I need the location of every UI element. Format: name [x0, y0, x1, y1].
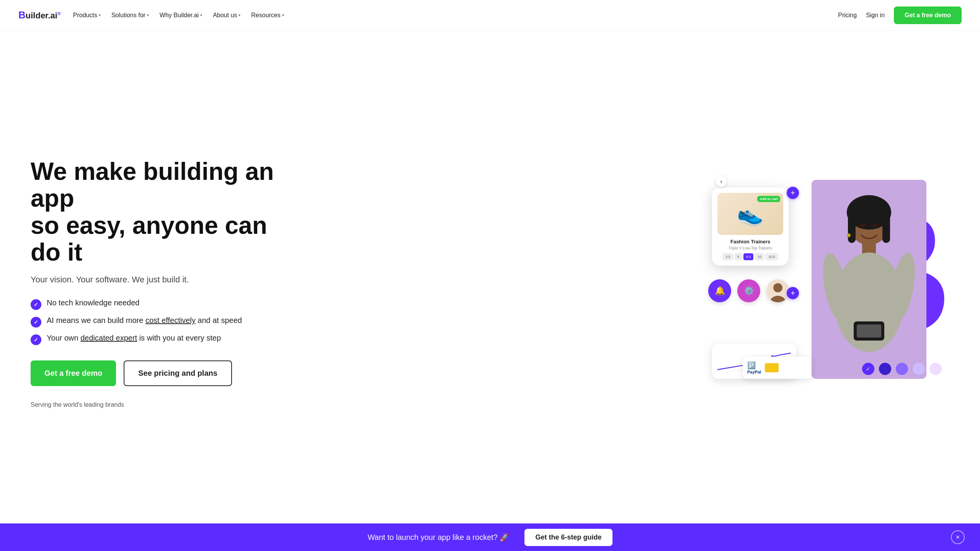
hero-section: We make building an app so easy, anyone … — [0, 31, 980, 528]
chevron-down-icon: ▾ — [147, 13, 149, 17]
color-dot-3[interactable] — [896, 363, 908, 375]
bullet-3: Your own dedicated expert is with you at… — [31, 334, 291, 345]
payment-options-card: 🅿️ PayPal — [743, 357, 812, 379]
check-icon-3 — [31, 334, 41, 345]
add-to-cart-button[interactable]: Add to cart — [757, 196, 780, 202]
nav-signin-link[interactable]: Sign in — [866, 12, 885, 19]
shoe-image: 👟 — [737, 201, 764, 227]
product-sub: Triple V Low-Top Trainers — [717, 246, 783, 250]
navbar: Builder.ai® Products ▾ Solutions for ▾ W… — [0, 0, 980, 31]
svg-rect-3 — [848, 212, 856, 243]
hero-subheadline: Your vision. Your software. We just buil… — [31, 275, 291, 285]
get-demo-button[interactable]: Get a free demo — [31, 360, 116, 386]
color-dot-4[interactable] — [913, 363, 925, 375]
hero-headline: We make building an app so easy, anyone … — [31, 158, 291, 266]
nav-solutions[interactable]: Solutions for ▾ — [111, 12, 149, 19]
product-name: Fashion Trainers — [717, 239, 783, 245]
add-feature-badge-2[interactable]: + — [787, 287, 799, 299]
color-dot-2[interactable] — [879, 363, 891, 375]
user-avatar — [766, 279, 789, 302]
svg-rect-4 — [882, 212, 890, 243]
nav-links: Products ▾ Solutions for ▾ Why Builder.a… — [73, 12, 284, 19]
hero-bullets: No tech knowledge needed AI means we can… — [31, 298, 291, 345]
size-9[interactable]: 9 — [735, 253, 742, 260]
color-selection: ✓ — [862, 363, 942, 375]
app-mockup-card: ‹ 👟 Add to cart Fashion Trainers Triple … — [712, 187, 789, 266]
dedicated-expert-link[interactable]: dedicated expert — [80, 334, 137, 342]
size-3-5[interactable]: 3.5 — [723, 253, 733, 260]
size-selector: 3.5 9 9.5 10 10.5 — [717, 253, 783, 260]
check-icon-2 — [31, 317, 41, 328]
hero-visual: B — [712, 180, 949, 386]
add-feature-badge-1[interactable]: + — [787, 187, 799, 199]
size-10[interactable]: 10 — [755, 253, 764, 260]
chevron-down-icon: ▾ — [282, 13, 284, 17]
notification-icon[interactable]: 🔔 — [708, 279, 731, 302]
chevron-down-icon: ▾ — [200, 13, 202, 17]
settings-icon[interactable]: ⚙️ — [737, 279, 760, 302]
hero-brands-text: Serving the world's leading brands — [31, 401, 291, 408]
nav-right: Pricing Sign in Get a free demo — [838, 7, 962, 24]
svg-point-13 — [847, 233, 851, 237]
back-button[interactable]: ‹ — [716, 176, 727, 187]
cost-effectively-link[interactable]: cost effectively — [145, 316, 196, 324]
hero-left: We make building an app so easy, anyone … — [31, 158, 291, 409]
nav-products[interactable]: Products ▾ — [73, 12, 101, 19]
nav-pricing-link[interactable]: Pricing — [838, 12, 857, 19]
float-icons-row: 🔔 ⚙️ — [708, 279, 789, 302]
hero-buttons: Get a free demo See pricing and plans — [31, 360, 291, 386]
color-dot-5[interactable] — [929, 363, 942, 375]
size-9-5[interactable]: 9.5 — [743, 253, 754, 260]
see-pricing-button[interactable]: See pricing and plans — [124, 360, 232, 386]
bullet-1: No tech knowledge needed — [31, 298, 291, 310]
chevron-down-icon: ▾ — [99, 13, 101, 17]
nav-resources[interactable]: Resources ▾ — [251, 12, 284, 19]
logo[interactable]: Builder.ai® — [18, 9, 61, 21]
svg-point-12 — [872, 223, 879, 227]
paypal-option[interactable]: 🅿️ PayPal — [747, 361, 761, 374]
svg-point-15 — [773, 283, 782, 292]
promo-banner: Want to launch your app like a rocket? 🚀… — [0, 523, 980, 528]
nav-get-demo-button[interactable]: Get a free demo — [894, 7, 962, 24]
color-dot-1[interactable]: ✓ — [862, 363, 874, 375]
size-10-5[interactable]: 10.5 — [766, 253, 778, 260]
hero-woman-image — [812, 180, 926, 379]
bullet-2: AI means we can build more cost effectiv… — [31, 316, 291, 328]
nav-left: Builder.ai® Products ▾ Solutions for ▾ W… — [18, 9, 284, 21]
svg-rect-10 — [857, 324, 881, 337]
nav-about[interactable]: About us ▾ — [213, 12, 240, 19]
nav-why[interactable]: Why Builder.ai ▾ — [160, 12, 202, 19]
svg-point-11 — [859, 223, 866, 227]
chevron-down-icon: ▾ — [238, 13, 240, 17]
product-image: 👟 Add to cart — [717, 193, 783, 235]
credit-card-chip — [765, 363, 779, 372]
check-icon-1 — [31, 299, 41, 310]
logo-text: Builder.ai® — [18, 9, 61, 21]
